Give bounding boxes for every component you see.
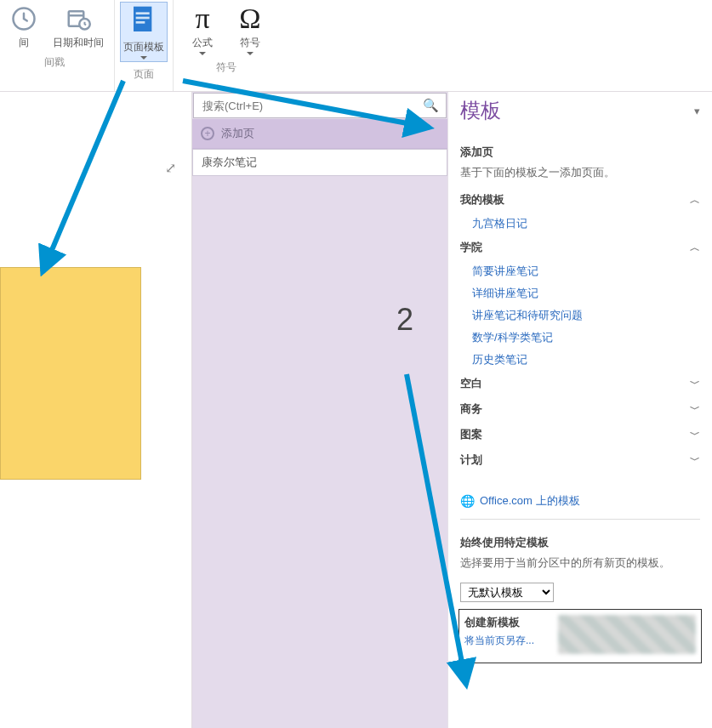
add-page-button[interactable]: + 添加页 bbox=[192, 119, 447, 149]
page-list-item-title: 康奈尔笔记 bbox=[202, 156, 257, 168]
page-list: 康奈尔笔记 2 bbox=[192, 149, 447, 728]
always-use-hint: 选择要用于当前分区中的所有新页的模板。 bbox=[460, 555, 700, 571]
ribbon-group-timestamp: 间 日期和时间 间戳 bbox=[0, 0, 115, 91]
always-use-heading: 始终使用特定模板 bbox=[460, 535, 700, 550]
chevron-down-icon: ﹀ bbox=[690, 428, 700, 442]
ribbon-btn-formula-label: 公式 bbox=[192, 36, 213, 50]
pi-icon: π bbox=[187, 3, 218, 34]
template-category-design[interactable]: 图案 ﹀ bbox=[460, 422, 700, 447]
chevron-up-icon: ︿ bbox=[690, 193, 700, 208]
template-link[interactable]: 历史类笔记 bbox=[460, 349, 700, 371]
template-category-label: 空白 bbox=[460, 376, 482, 391]
svg-rect-7 bbox=[136, 21, 145, 24]
sticky-note[interactable] bbox=[0, 267, 141, 480]
search-icon[interactable]: 🔍 bbox=[416, 98, 446, 113]
ribbon-group-symbols-label: 符号 bbox=[216, 60, 236, 75]
ribbon-btn-time-label: 间 bbox=[19, 36, 29, 50]
template-category-business[interactable]: 商务 ﹀ bbox=[460, 396, 700, 422]
templates-pane-header: 模板 ▾ bbox=[448, 92, 712, 129]
page-template-icon bbox=[127, 4, 161, 38]
plus-circle-icon: + bbox=[201, 127, 214, 140]
template-link[interactable]: 讲座笔记和待研究问题 bbox=[460, 304, 700, 327]
chevron-down-icon bbox=[247, 52, 253, 55]
ribbon-btn-datetime[interactable]: 日期和时间 bbox=[48, 2, 109, 50]
templates-body: 添加页 基于下面的模板之一添加页面。 我的模板 ︿ 九宫格日记 学院 ︿ 简要讲… bbox=[448, 129, 712, 728]
create-new-template-box: 创建新模板 将当前页另存... bbox=[459, 609, 702, 663]
fullscreen-icon[interactable]: ⤢ bbox=[165, 160, 176, 176]
template-category-label: 学院 bbox=[460, 240, 482, 255]
svg-rect-5 bbox=[136, 12, 150, 14]
chevron-up-icon: ︿ bbox=[690, 241, 700, 255]
template-category-my[interactable]: 我的模板 ︿ bbox=[460, 187, 700, 213]
templates-pane: 模板 ▾ 添加页 基于下面的模板之一添加页面。 我的模板 ︿ 九宫格日记 学院 … bbox=[447, 92, 712, 728]
add-page-hint: 基于下面的模板之一添加页面。 bbox=[460, 165, 700, 180]
default-template-select[interactable]: 无默认模板 bbox=[460, 583, 554, 602]
page-list-item[interactable]: 康奈尔笔记 bbox=[192, 149, 447, 176]
ribbon-group-page-label: 页面 bbox=[134, 67, 154, 82]
ribbon-group-timestamp-label: 间戳 bbox=[44, 55, 65, 70]
chevron-down-icon: ﹀ bbox=[690, 453, 700, 468]
search-box[interactable]: 🔍 bbox=[193, 93, 447, 118]
chevron-down-icon bbox=[199, 52, 206, 55]
template-category-planners[interactable]: 计划 ﹀ bbox=[460, 447, 700, 473]
chevron-down-icon bbox=[140, 56, 147, 60]
annotation-number-2: 2 bbox=[396, 302, 413, 338]
office-templates-label: Office.com 上的模板 bbox=[480, 493, 580, 509]
search-input[interactable] bbox=[194, 100, 416, 112]
template-category-academic[interactable]: 学院 ︿ bbox=[460, 235, 700, 260]
omega-icon: Ω bbox=[235, 3, 265, 34]
always-use-section: 始终使用特定模板 选择要用于当前分区中的所有新页的模板。 无默认模板 bbox=[460, 519, 700, 602]
globe-icon: 🌐 bbox=[460, 494, 475, 508]
pane-menu-chevron-icon[interactable]: ▾ bbox=[694, 105, 700, 117]
create-new-heading: 创建新模板 bbox=[464, 615, 550, 630]
calendar-clock-icon bbox=[63, 3, 94, 34]
template-link[interactable]: 详细讲座笔记 bbox=[460, 282, 700, 304]
template-link[interactable]: 简要讲座笔记 bbox=[460, 260, 700, 282]
ribbon-btn-time[interactable]: 间 bbox=[0, 2, 48, 50]
template-link[interactable]: 九宫格日记 bbox=[460, 213, 700, 235]
svg-rect-6 bbox=[136, 17, 150, 20]
templates-title: 模板 bbox=[460, 97, 694, 124]
ribbon-btn-symbol[interactable]: Ω 符号 bbox=[226, 2, 274, 55]
chevron-down-icon: ﹀ bbox=[690, 377, 700, 391]
template-link[interactable]: 数学/科学类笔记 bbox=[460, 327, 700, 349]
template-category-blank[interactable]: 空白 ﹀ bbox=[460, 371, 700, 396]
ribbon-group-page: 页面模板 页面 bbox=[115, 0, 174, 91]
template-category-label: 计划 bbox=[460, 452, 482, 468]
template-category-label: 我的模板 bbox=[460, 192, 504, 208]
add-page-label: 添加页 bbox=[221, 126, 254, 141]
ribbon-group-symbols: π 公式 Ω 符号 符号 bbox=[174, 0, 279, 91]
ribbon-btn-page-template-label: 页面模板 bbox=[123, 40, 164, 54]
page-list-column: 🔍 + 添加页 康奈尔笔记 2 bbox=[192, 92, 447, 728]
chevron-down-icon: ﹀ bbox=[690, 402, 700, 417]
ribbon-btn-page-template[interactable]: 页面模板 bbox=[120, 2, 168, 62]
template-category-label: 图案 bbox=[460, 427, 482, 442]
template-category-label: 商务 bbox=[460, 401, 482, 417]
ribbon: 间 日期和时间 间戳 页面模板 页面 bbox=[0, 0, 712, 92]
ribbon-btn-datetime-label: 日期和时间 bbox=[53, 36, 104, 50]
clock-icon bbox=[9, 3, 39, 34]
save-current-page-as-link[interactable]: 将当前页另存... bbox=[464, 634, 534, 648]
office-templates-link[interactable]: 🌐 Office.com 上的模板 bbox=[460, 493, 700, 509]
ribbon-btn-symbol-label: 符号 bbox=[240, 36, 260, 50]
ribbon-btn-formula[interactable]: π 公式 bbox=[179, 2, 226, 55]
note-canvas[interactable]: ⤢ bbox=[0, 92, 192, 728]
obscured-region bbox=[558, 615, 696, 654]
add-page-heading: 添加页 bbox=[460, 145, 700, 160]
